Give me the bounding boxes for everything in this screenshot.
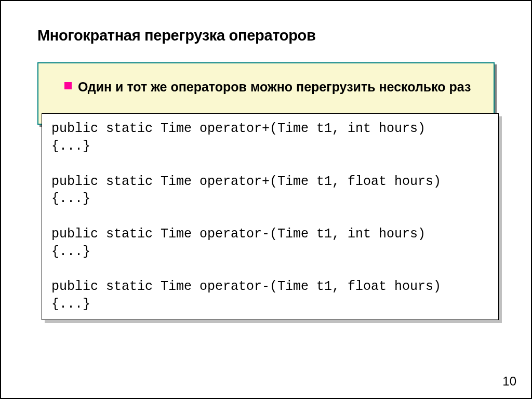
bullet-square-icon [64, 82, 72, 89]
slide-container: Многократная перегрузка операторов Один … [0, 0, 532, 399]
code-box-wrapper: public static Time operator+(Time t1, in… [42, 113, 499, 320]
bullet-text: Один и тот же операторов можно перегрузи… [78, 79, 471, 95]
bullet-row: Один и тот же операторов можно перегрузи… [64, 79, 478, 95]
code-box: public static Time operator+(Time t1, in… [42, 113, 499, 320]
page-number: 10 [502, 374, 516, 389]
slide-title: Многократная перегрузка операторов [37, 27, 495, 44]
